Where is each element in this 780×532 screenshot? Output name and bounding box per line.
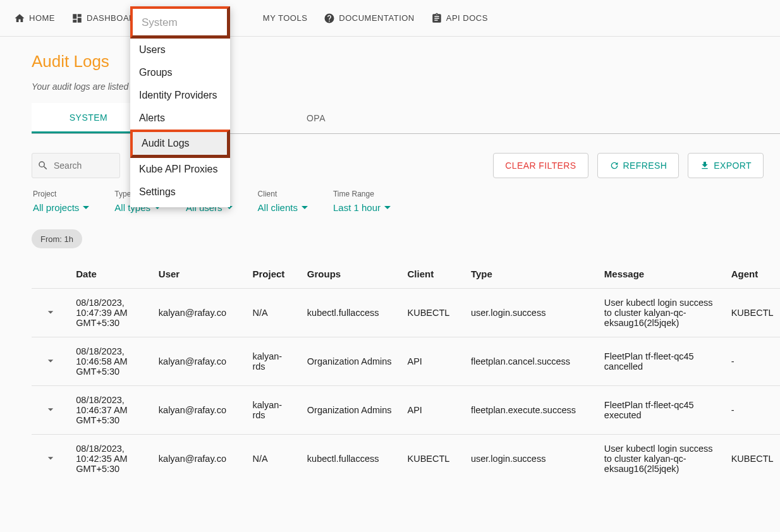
nav-label: MY TOOLS [263, 13, 307, 23]
dropdown-title: System [130, 6, 230, 39]
table-row: 08/18/2023, 10:47:39 AM GMT+5:30 kalyan@… [32, 289, 780, 337]
col-date: Date [70, 260, 152, 289]
cell-type: user.login.success [465, 289, 598, 337]
cell-client: API [401, 386, 464, 435]
chevron-down-icon [44, 306, 57, 318]
cell-message: FleetPlan tf-fleet-qc45 executed [598, 386, 725, 435]
cell-client: KUBECTL [401, 289, 464, 337]
system-dropdown: System Users Groups Identity Providers A… [130, 6, 230, 207]
table-row: 08/18/2023, 10:46:58 AM GMT+5:30 kalyan@… [32, 337, 780, 386]
cell-project: N/A [246, 289, 300, 337]
col-agent: Agent [725, 260, 780, 289]
help-icon [324, 13, 335, 24]
export-button[interactable]: EXPORT [688, 153, 764, 178]
cell-date: 08/18/2023, 10:46:37 AM GMT+5:30 [70, 386, 152, 435]
nav-my-tools[interactable]: MY TOOLS [257, 0, 314, 37]
nav-api-docs[interactable]: API DOCS [425, 0, 494, 37]
docs-icon [431, 13, 442, 24]
button-label: REFRESH [623, 160, 667, 171]
cell-user: kalyan@rafay.co [152, 435, 247, 483]
top-nav: HOME DASHBOARD MY TOOLS DOCUMENTATION AP… [0, 0, 780, 37]
cell-message: User kubectl login success to cluster ka… [598, 289, 725, 337]
chevron-down-icon [44, 354, 57, 367]
cell-groups: Organization Admins [301, 386, 401, 435]
cell-agent: KUBECTL [725, 435, 780, 483]
col-groups: Groups [301, 260, 401, 289]
dropdown-item-settings[interactable]: Settings [130, 181, 230, 203]
filter-value[interactable]: All clients [258, 202, 308, 213]
cell-groups: kubectl.fullaccess [301, 435, 401, 483]
dropdown-item-audit-logs[interactable]: Audit Logs [130, 130, 230, 158]
search-icon [37, 160, 49, 171]
cell-date: 08/18/2023, 10:42:35 AM GMT+5:30 [70, 435, 152, 483]
cell-groups: kubectl.fullaccess [301, 289, 401, 337]
cell-project: kalyan-rds [246, 337, 300, 386]
chevron-down-icon [302, 206, 308, 209]
cell-client: KUBECTL [401, 435, 464, 483]
tab-opa[interactable]: OPA [259, 103, 373, 133]
time-chip[interactable]: From: 1h [32, 229, 82, 248]
filter-time-range: Time Range Last 1 hour [333, 190, 391, 213]
audit-log-table: Date User Project Groups Client Type Mes… [32, 260, 780, 483]
cell-agent: KUBECTL [725, 289, 780, 337]
expand-cell[interactable] [32, 337, 70, 386]
table-row: 08/18/2023, 10:42:35 AM GMT+5:30 kalyan@… [32, 435, 780, 483]
col-project: Project [246, 260, 300, 289]
expand-cell[interactable] [32, 435, 70, 483]
refresh-button[interactable]: REFRESH [597, 153, 679, 178]
table-row: 08/18/2023, 10:46:37 AM GMT+5:30 kalyan@… [32, 386, 780, 435]
cell-date: 08/18/2023, 10:47:39 AM GMT+5:30 [70, 289, 152, 337]
nav-documentation[interactable]: DOCUMENTATION [317, 0, 420, 37]
download-icon [700, 160, 710, 171]
button-label: EXPORT [714, 160, 752, 171]
filter-label: Project [33, 190, 89, 198]
clear-filters-button[interactable]: CLEAR FILTERS [493, 153, 588, 178]
search-input[interactable]: Search [32, 153, 120, 178]
cell-user: kalyan@rafay.co [152, 386, 247, 435]
dropdown-item-kube-api-proxies[interactable]: Kube API Proxies [130, 158, 230, 181]
search-placeholder: Search [54, 160, 82, 171]
dropdown-item-users[interactable]: Users [130, 39, 230, 61]
cell-type: fleetplan.cancel.success [465, 337, 598, 386]
expand-cell[interactable] [32, 386, 70, 435]
filter-label: Time Range [333, 190, 391, 198]
nav-label: API DOCS [446, 13, 488, 23]
cell-project: N/A [246, 435, 300, 483]
dropdown-item-groups[interactable]: Groups [130, 61, 230, 84]
filter-client: Client All clients [258, 190, 308, 213]
cell-groups: Organization Admins [301, 337, 401, 386]
nav-home[interactable]: HOME [8, 0, 61, 37]
cell-project: kalyan-rds [246, 386, 300, 435]
cell-agent: - [725, 386, 780, 435]
tab-system[interactable]: SYSTEM [32, 103, 145, 133]
cell-message: User kubectl login success to cluster ka… [598, 435, 725, 483]
col-user: User [152, 260, 247, 289]
filter-value[interactable]: All projects [33, 202, 89, 213]
refresh-icon [609, 160, 619, 171]
dropdown-item-identity-providers[interactable]: Identity Providers [130, 84, 230, 107]
cell-user: kalyan@rafay.co [152, 289, 247, 337]
cell-type: fleetplan.execute.success [465, 386, 598, 435]
nav-label: DOCUMENTATION [339, 13, 414, 23]
col-message: Message [598, 260, 725, 289]
filter-value[interactable]: Last 1 hour [333, 202, 391, 213]
page-content: Audit Logs Your audit logs are listed SY… [0, 37, 780, 483]
filter-project: Project All projects [33, 190, 89, 213]
col-type: Type [465, 260, 598, 289]
nav-label: HOME [29, 13, 55, 23]
dropdown-item-alerts[interactable]: Alerts [130, 107, 230, 130]
cell-type: user.login.success [465, 435, 598, 483]
expand-cell[interactable] [32, 289, 70, 337]
chevron-down-icon [44, 403, 57, 416]
cell-client: API [401, 337, 464, 386]
cell-message: FleetPlan tf-fleet-qc45 cancelled [598, 337, 725, 386]
button-label: CLEAR FILTERS [505, 160, 576, 171]
home-icon [14, 13, 25, 24]
chevron-down-icon [83, 206, 89, 209]
cell-agent: - [725, 337, 780, 386]
chevron-down-icon [384, 206, 391, 209]
dashboard-icon [71, 13, 83, 24]
filter-label: Client [258, 190, 308, 198]
chevron-down-icon [44, 452, 57, 464]
cell-date: 08/18/2023, 10:46:58 AM GMT+5:30 [70, 337, 152, 386]
